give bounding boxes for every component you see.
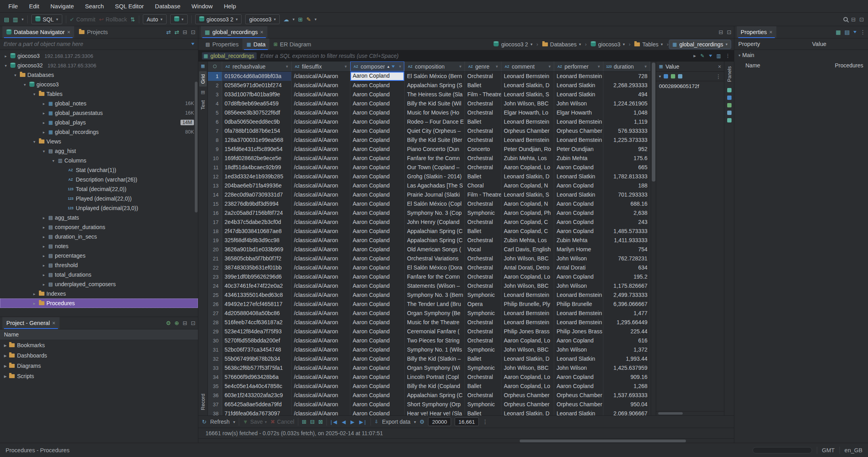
cell-comment[interactable]: Leonard Bernstein bbox=[501, 318, 554, 327]
presentation-tab-text[interactable]: Text bbox=[199, 98, 207, 113]
cell-rechashvalue[interactable]: 0dba50650eedd8ec9b bbox=[222, 117, 292, 126]
tree-item-tables[interactable]: ▾Tables bbox=[0, 89, 198, 99]
cell-genre[interactable]: Ballet bbox=[465, 117, 501, 126]
commit-button[interactable]: ✔ Commit bbox=[70, 16, 96, 23]
cell-performer[interactable]: Leonard Bernstein bbox=[554, 136, 603, 145]
cell-rechashvalue[interactable]: 603e1f2433202afa23c9 bbox=[222, 391, 292, 400]
cell-rechashvalue[interactable]: 52bc06f737ca3454748 bbox=[222, 345, 292, 354]
cell-composition[interactable]: Billy the Kid (Slatkin – bbox=[405, 354, 465, 363]
cell-genre[interactable]: Symphonic bbox=[465, 400, 501, 409]
settings-gear-icon[interactable]: ⚙ bbox=[166, 320, 171, 326]
expand-arrow-icon[interactable]: ▸ bbox=[32, 292, 37, 296]
cell-performer[interactable]: Aaron Copland bbox=[554, 336, 603, 345]
add-row-icon[interactable]: ⊞ bbox=[302, 419, 307, 424]
cell-filesuffix[interactable]: /classical/A/Aaron bbox=[292, 272, 350, 281]
cell-duration[interactable]: 1,993.44 bbox=[603, 354, 650, 363]
table-row[interactable]: 29523e412f84dea7f75f93/classical/A/Aaron… bbox=[208, 327, 651, 336]
close-icon[interactable]: × bbox=[67, 29, 70, 35]
table-row[interactable]: 37665425a8ae5ddea79fd/classical/A/AaronA… bbox=[208, 400, 651, 409]
cell-performer[interactable]: Leonard Bernstein bbox=[554, 117, 603, 126]
export-data-button[interactable]: Export data bbox=[382, 419, 411, 425]
cell-comment[interactable]: Aaron Copland, Lo bbox=[501, 336, 554, 345]
table-row[interactable]: 274d205880408a50bc86/classical/A/AaronAa… bbox=[208, 309, 651, 318]
cell-duration[interactable]: 576.933333 bbox=[603, 126, 650, 136]
table-row[interactable]: 36603e1f2433202afa23c9/classical/A/Aaron… bbox=[208, 391, 651, 400]
cell-comment[interactable]: Orpheus Chamber bbox=[501, 391, 554, 400]
cell-performer[interactable]: Leonard Slatkin bbox=[554, 90, 603, 99]
cell-composer[interactable]: Aaron Copland bbox=[350, 263, 405, 272]
sql-editor-combo[interactable]: SQL ▾ bbox=[31, 14, 62, 24]
table-row[interactable]: 34576606f9d963428b6a/classical/A/AaronAa… bbox=[208, 373, 651, 382]
breadcrumb-global-recordings[interactable]: ▦global_recordings▾ bbox=[669, 40, 731, 49]
link-editor-icon[interactable]: ⇄ bbox=[175, 29, 179, 35]
scrollbar-thumb[interactable] bbox=[652, 63, 655, 182]
cell-filesuffix[interactable]: /classical/A/Aaron bbox=[292, 163, 350, 172]
record-mode-tab[interactable]: Record bbox=[199, 391, 207, 413]
cell-performer[interactable]: Zubin Mehta bbox=[554, 236, 603, 245]
filter-funnel-icon[interactable] bbox=[853, 31, 856, 33]
edit-icon[interactable]: ✎ bbox=[306, 17, 311, 22]
cell-duration[interactable]: 188 bbox=[603, 181, 650, 190]
cell-performer[interactable]: Aaron Copland bbox=[554, 208, 603, 218]
cell-filesuffix[interactable]: /classical/A/Aaron bbox=[292, 309, 350, 318]
expand-arrow-icon[interactable]: ▸ bbox=[4, 363, 7, 369]
cell-duration[interactable]: 1,477 bbox=[603, 309, 650, 318]
cell-comment[interactable]: Leonard Slatkin, D bbox=[501, 172, 554, 181]
cell-genre[interactable]: Orchestral bbox=[465, 318, 501, 327]
cell-comment[interactable]: John Wilson, BBC bbox=[501, 281, 554, 291]
cell-genre[interactable]: Orchestral bbox=[465, 254, 501, 263]
cell-composition[interactable]: Short Symphony (Orp bbox=[405, 400, 465, 409]
save-value-icon[interactable] bbox=[671, 74, 675, 78]
cell-composition[interactable]: Ceremonial Fanfare ( bbox=[405, 327, 465, 336]
cell-rechashvalue[interactable]: 399e1df0b95626296d6 bbox=[222, 272, 292, 281]
cell-performer[interactable]: Antal Dorati bbox=[554, 263, 603, 272]
columns-config-icon[interactable]: ▥ bbox=[716, 54, 721, 58]
cell-comment[interactable]: Leonard Slatkin, D bbox=[501, 409, 554, 415]
cell-filesuffix[interactable]: /classical/A/Aaron bbox=[292, 199, 350, 208]
cell-comment[interactable]: Aaron Copland, Lo bbox=[501, 373, 554, 382]
expand-arrow-icon[interactable]: ▾ bbox=[3, 63, 8, 68]
cell-filesuffix[interactable]: /classical/A/Aaron bbox=[292, 218, 350, 227]
add-icon[interactable]: ⊕ bbox=[175, 320, 179, 326]
cell-performer[interactable]: Leonard Slatkin bbox=[554, 81, 603, 90]
cell-comment[interactable]: Leonard Bernstein bbox=[501, 72, 554, 81]
open-sql-script-icon[interactable]: ▥ bbox=[13, 17, 18, 22]
cell-filesuffix[interactable]: /classical/A/Aaron bbox=[292, 90, 350, 99]
table-row[interactable]: 1118df51da4bcaec92b99/classical/A/AaronA… bbox=[208, 163, 651, 172]
cancel-button[interactable]: ✖ Cancel bbox=[271, 419, 294, 425]
cell-composition[interactable]: Statements (Wilson – bbox=[405, 281, 465, 291]
column-filter-icon[interactable]: ▼ bbox=[597, 65, 601, 69]
cell-duration[interactable]: 1,268 bbox=[603, 382, 650, 391]
cell-filesuffix[interactable]: /classical/A/Aaron bbox=[292, 400, 350, 409]
cell-filesuffix[interactable]: /classical/A/Aaron bbox=[292, 145, 350, 154]
expand-arrow-icon[interactable]: ▸ bbox=[41, 282, 46, 287]
cell-rechashvalue[interactable]: 5e4c05e14a40c47858c bbox=[222, 382, 292, 391]
cell-rechashvalue[interactable]: 365805cbba5f7bb0f7f2 bbox=[222, 254, 292, 263]
cell-comment[interactable]: Leonard Slatkin, S bbox=[501, 90, 554, 99]
cell-genre[interactable]: Orchestral bbox=[465, 72, 501, 81]
filter-expression-input[interactable]: Enter a SQL expression to filter results… bbox=[260, 53, 690, 59]
cell-comment[interactable]: Aaron Copland, Ph bbox=[501, 208, 554, 218]
cell-composer[interactable]: Aaron Copland bbox=[350, 90, 405, 99]
cell-composition[interactable]: Prairie Journal (Slatki bbox=[405, 190, 465, 199]
cell-composer[interactable]: Aaron Copland bbox=[350, 400, 405, 409]
cell-duration[interactable]: 1,425.637959 bbox=[603, 363, 650, 373]
row-count-badge[interactable]: 16,661 bbox=[455, 417, 479, 426]
cell-composer[interactable]: Aaron Copland bbox=[350, 199, 405, 208]
cell-performer[interactable]: Leonard Slatkin bbox=[554, 190, 603, 199]
cell-composition[interactable]: Appalachian Spring (C bbox=[405, 236, 465, 245]
more-options-icon[interactable]: ⋮ bbox=[725, 53, 730, 59]
cell-performer[interactable]: Leonard Slatkin bbox=[554, 172, 603, 181]
cell-filesuffix[interactable]: /classical/A/Aaron bbox=[292, 327, 350, 336]
apply-filter-icon[interactable]: ▸ bbox=[693, 53, 696, 59]
minimize-icon[interactable]: ⊟ bbox=[719, 29, 724, 35]
panels-tab[interactable]: Panels bbox=[726, 63, 733, 85]
cell-composition[interactable]: Billy the Kid (Copland bbox=[405, 382, 465, 391]
cell-filesuffix[interactable]: /classical/A/Aaron bbox=[292, 382, 350, 391]
expand-arrow-icon[interactable]: ▸ bbox=[41, 254, 46, 258]
tree-item-agg-hist[interactable]: ▾▤agg_hist bbox=[0, 146, 198, 156]
breadcrumb-tables[interactable]: Tables▾ bbox=[631, 40, 666, 49]
cell-rechashvalue[interactable]: 387483035b631ef01bb bbox=[222, 263, 292, 272]
cell-comment[interactable]: Philip Brunelle, Ply bbox=[501, 300, 554, 309]
cell-comment[interactable]: Aaron Copland, Lo bbox=[501, 382, 554, 391]
